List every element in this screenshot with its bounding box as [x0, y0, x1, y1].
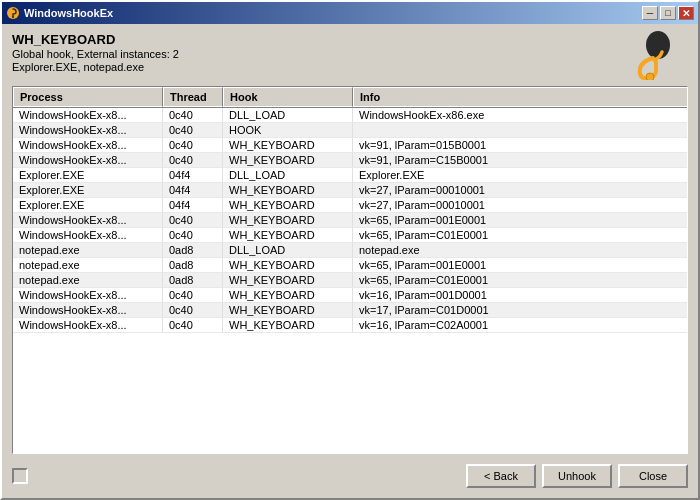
table-row[interactable]: notepad.exe0ad8DLL_LOADnotepad.exe [13, 243, 687, 258]
table-row[interactable]: WindowsHookEx-x8...0c40WH_KEYBOARDvk=65,… [13, 228, 687, 243]
subtitle-line2: Explorer.EXE, notepad.exe [12, 61, 179, 73]
cell-hook: DLL_LOAD [223, 243, 353, 257]
table-row[interactable]: Explorer.EXE04f4WH_KEYBOARDvk=27, lParam… [13, 183, 687, 198]
cell-process: Explorer.EXE [13, 168, 163, 182]
cell-hook: DLL_LOAD [223, 168, 353, 182]
cell-info: notepad.exe [353, 243, 687, 257]
cell-process: WindowsHookEx-x8... [13, 288, 163, 302]
cell-hook: WH_KEYBOARD [223, 138, 353, 152]
header-section: WH_KEYBOARD Global hook, External instan… [12, 32, 688, 80]
table-row[interactable]: WindowsHookEx-x8...0c40DLL_LOADWindowsHo… [13, 108, 687, 123]
cell-info: vk=91, lParam=015B0001 [353, 138, 687, 152]
cell-info: vk=65, lParam=C01E0001 [353, 228, 687, 242]
footer-left [12, 468, 28, 484]
cell-hook: WH_KEYBOARD [223, 303, 353, 317]
table-row[interactable]: WindowsHookEx-x8...0c40WH_KEYBOARDvk=65,… [13, 213, 687, 228]
cell-info: WindowsHookEx-x86.exe [353, 108, 687, 122]
table-row[interactable]: Explorer.EXE04f4DLL_LOADExplorer.EXE [13, 168, 687, 183]
table-row[interactable]: WindowsHookEx-x8...0c40WH_KEYBOARDvk=16,… [13, 318, 687, 333]
window-title: WindowsHookEx [24, 7, 113, 19]
close-title-button[interactable]: ✕ [678, 6, 694, 20]
cell-hook: WH_KEYBOARD [223, 288, 353, 302]
hook-logo [628, 30, 678, 80]
cell-thread: 04f4 [163, 198, 223, 212]
title-bar-buttons: ─ □ ✕ [642, 6, 694, 20]
table-row[interactable]: WindowsHookEx-x8...0c40WH_KEYBOARDvk=91,… [13, 153, 687, 168]
table-row[interactable]: notepad.exe0ad8WH_KEYBOARDvk=65, lParam=… [13, 258, 687, 273]
cell-process: WindowsHookEx-x8... [13, 303, 163, 317]
cell-hook: WH_KEYBOARD [223, 318, 353, 332]
title-bar-left: WindowsHookEx [6, 6, 113, 20]
cell-info: vk=65, lParam=001E0001 [353, 258, 687, 272]
cell-info: vk=65, lParam=C01E0001 [353, 273, 687, 287]
cell-hook: WH_KEYBOARD [223, 183, 353, 197]
cell-hook: WH_KEYBOARD [223, 198, 353, 212]
cell-thread: 0ad8 [163, 273, 223, 287]
cell-process: Explorer.EXE [13, 183, 163, 197]
table-row[interactable]: WindowsHookEx-x8...0c40HOOK [13, 123, 687, 138]
cell-thread: 0ad8 [163, 243, 223, 257]
cell-process: notepad.exe [13, 243, 163, 257]
cell-process: WindowsHookEx-x8... [13, 153, 163, 167]
cell-process: notepad.exe [13, 258, 163, 272]
cell-info: vk=17, lParam=C01D0001 [353, 303, 687, 317]
close-button[interactable]: Close [618, 464, 688, 488]
back-button[interactable]: < Back [466, 464, 536, 488]
cell-info: vk=16, lParam=001D0001 [353, 288, 687, 302]
cell-thread: 0c40 [163, 303, 223, 317]
table-row[interactable]: WindowsHookEx-x8...0c40WH_KEYBOARDvk=16,… [13, 288, 687, 303]
cell-process: WindowsHookEx-x8... [13, 318, 163, 332]
maximize-button[interactable]: □ [660, 6, 676, 20]
cell-info: vk=27, lParam=00010001 [353, 183, 687, 197]
col-hook[interactable]: Hook [223, 87, 353, 107]
cell-hook: WH_KEYBOARD [223, 153, 353, 167]
cell-process: WindowsHookEx-x8... [13, 228, 163, 242]
cell-thread: 0c40 [163, 228, 223, 242]
footer-buttons: < Back Unhook Close [466, 464, 688, 488]
svg-point-3 [646, 73, 654, 80]
select-checkbox[interactable] [12, 468, 28, 484]
col-info[interactable]: Info [353, 87, 687, 107]
cell-process: WindowsHookEx-x8... [13, 213, 163, 227]
cell-hook: WH_KEYBOARD [223, 273, 353, 287]
table-header: Process Thread Hook Info [13, 87, 687, 108]
cell-process: WindowsHookEx-x8... [13, 108, 163, 122]
cell-process: Explorer.EXE [13, 198, 163, 212]
cell-process: WindowsHookEx-x8... [13, 138, 163, 152]
table-row[interactable]: notepad.exe0ad8WH_KEYBOARDvk=65, lParam=… [13, 273, 687, 288]
app-icon [6, 6, 20, 20]
table-container: Process Thread Hook Info WindowsHookEx-x… [12, 86, 688, 454]
cell-hook: WH_KEYBOARD [223, 258, 353, 272]
unhook-button[interactable]: Unhook [542, 464, 612, 488]
cell-thread: 0c40 [163, 108, 223, 122]
table-row[interactable]: Explorer.EXE04f4WH_KEYBOARDvk=27, lParam… [13, 198, 687, 213]
cell-thread: 0c40 [163, 288, 223, 302]
main-window: WindowsHookEx ─ □ ✕ WH_KEYBOARD Global h… [0, 0, 700, 500]
col-thread[interactable]: Thread [163, 87, 223, 107]
cell-thread: 04f4 [163, 183, 223, 197]
cell-process: notepad.exe [13, 273, 163, 287]
cell-thread: 0ad8 [163, 258, 223, 272]
table-row[interactable]: WindowsHookEx-x8...0c40WH_KEYBOARDvk=17,… [13, 303, 687, 318]
col-process[interactable]: Process [13, 87, 163, 107]
table-row[interactable]: WindowsHookEx-x8...0c40WH_KEYBOARDvk=91,… [13, 138, 687, 153]
cell-info: Explorer.EXE [353, 168, 687, 182]
cell-info: vk=91, lParam=C15B0001 [353, 153, 687, 167]
cell-hook: WH_KEYBOARD [223, 228, 353, 242]
cell-info: vk=16, lParam=C02A0001 [353, 318, 687, 332]
cell-thread: 0c40 [163, 213, 223, 227]
cell-info: vk=27, lParam=00010001 [353, 198, 687, 212]
table-body: WindowsHookEx-x8...0c40DLL_LOADWindowsHo… [13, 108, 687, 453]
svg-point-2 [646, 31, 670, 59]
cell-thread: 0c40 [163, 318, 223, 332]
footer: < Back Unhook Close [12, 460, 688, 490]
cell-hook: DLL_LOAD [223, 108, 353, 122]
cell-thread: 0c40 [163, 153, 223, 167]
cell-thread: 04f4 [163, 168, 223, 182]
cell-info [353, 123, 687, 137]
cell-info: vk=65, lParam=001E0001 [353, 213, 687, 227]
cell-thread: 0c40 [163, 138, 223, 152]
minimize-button[interactable]: ─ [642, 6, 658, 20]
title-bar: WindowsHookEx ─ □ ✕ [2, 2, 698, 24]
main-title: WH_KEYBOARD [12, 32, 179, 47]
